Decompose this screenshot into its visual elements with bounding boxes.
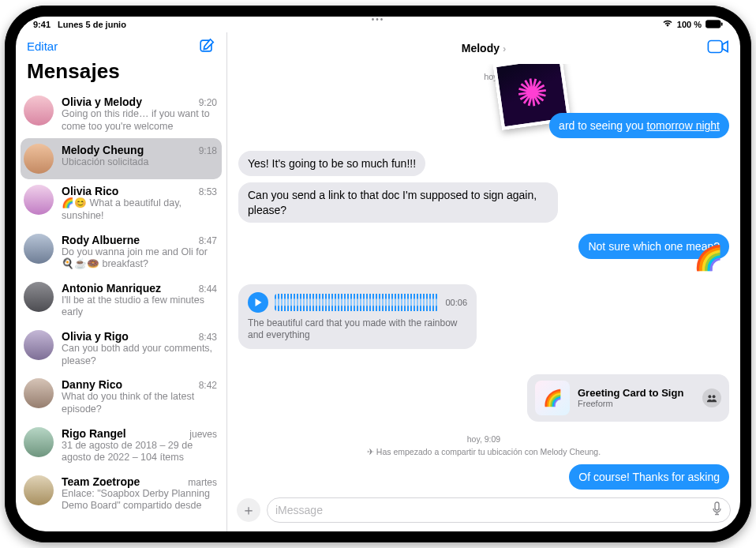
- status-left: 9:41 Lunes 5 de junio: [33, 20, 131, 29]
- conv-name: Olivia y Melody: [62, 96, 142, 108]
- conv-time: 9:20: [199, 97, 217, 108]
- link-thumbnail: 🌈: [535, 381, 570, 415]
- conv-time: 8:43: [199, 332, 217, 343]
- link-title: Greeting Card to Sign: [578, 387, 694, 399]
- system-timestamp: hoy, 9:09: [279, 434, 689, 444]
- multitask-dots[interactable]: •••: [372, 15, 385, 24]
- conv-name: Antonio Manriquez: [62, 282, 161, 295]
- main-content: Editar Mensajes Olivia y Melody9:20 Goin…: [16, 32, 740, 531]
- svg-point-5: [713, 395, 716, 398]
- conversation-row[interactable]: Team Zoetropemartes Enlace: "Soapbox Der…: [16, 470, 226, 518]
- conv-time: 8:47: [199, 235, 217, 246]
- chat-title-name: Melody: [462, 42, 500, 54]
- conv-preview: I'll be at the studio a few minutes earl…: [62, 295, 217, 319]
- conv-time: jueves: [189, 429, 217, 440]
- chat-title-button[interactable]: Melody ›: [227, 42, 740, 54]
- play-icon[interactable]: [248, 292, 268, 313]
- link-attachment[interactable]: 🌈 Greeting Card to Sign Freeform: [527, 374, 729, 422]
- firework-icon: ✺: [513, 68, 550, 116]
- conv-preview: Going on this ride… if you want to come …: [62, 108, 217, 133]
- edit-button[interactable]: Editar: [27, 39, 58, 53]
- chat-header: Melody ›: [227, 32, 740, 64]
- conv-preview: 31 de agosto de 2018 – 29 de agosto de 2…: [62, 440, 217, 464]
- status-date: Lunes 5 de junio: [58, 20, 126, 29]
- input-placeholder: iMessage: [275, 504, 712, 516]
- rainbow-sticker-icon[interactable]: 🌈: [694, 242, 723, 273]
- system-location-notice: ✈ Has empezado a compartir tu ubicación …: [279, 447, 689, 456]
- wifi-icon: [662, 20, 673, 29]
- screen: 9:41 Lunes 5 de junio 100 %: [16, 17, 740, 531]
- sidebar-top: Editar: [16, 32, 226, 58]
- conv-name: Team Zoetrope: [62, 475, 140, 488]
- conv-time: martes: [188, 477, 217, 488]
- svg-rect-1: [721, 22, 723, 25]
- sidebar-title: Mensajes: [16, 58, 226, 90]
- battery-pct: 100 %: [677, 20, 702, 29]
- sent-bubble[interactable]: ard to seeing you tomorrow night: [549, 113, 729, 138]
- conv-time: 9:18: [199, 145, 217, 156]
- received-bubble[interactable]: Can you send a link to that doc I'm supp…: [238, 182, 558, 222]
- conversation-row[interactable]: Olivia y Melody9:20 Going on this ride… …: [16, 90, 226, 138]
- conversation-row[interactable]: Olivia Rico8:53 🌈😊 What a beautiful day,…: [16, 179, 226, 227]
- chat-pane: Melody › hoy ✺: [227, 32, 740, 531]
- conv-name: Danny Rico: [62, 378, 122, 391]
- ipad-bezel: ••• 9:41 Lunes 5 de junio 100 %: [5, 6, 751, 542]
- conv-name: Olivia Rico: [62, 185, 118, 197]
- avatar: [24, 96, 54, 126]
- avatar: [24, 185, 54, 215]
- conv-preview: Enlace: "Soapbox Derby Planning Demo Boa…: [62, 488, 217, 512]
- microphone-icon[interactable]: [712, 501, 722, 519]
- avatar: [24, 378, 54, 408]
- conv-preview: Can you both add your comments, please?: [62, 343, 217, 367]
- avatar: [24, 427, 54, 457]
- date-link[interactable]: tomorrow night: [646, 119, 720, 132]
- messages-scroll[interactable]: hoy ✺ ard to seeing you tomorrow night Y…: [227, 64, 740, 495]
- message-input[interactable]: iMessage: [267, 497, 731, 523]
- conv-time: 8:53: [199, 186, 217, 197]
- composer: ＋ iMessage: [227, 495, 740, 531]
- svg-rect-0: [705, 20, 720, 27]
- audio-duration: 00:06: [445, 298, 467, 307]
- sent-bubble[interactable]: Of course! Thanks for asking: [569, 464, 729, 490]
- conv-time: 8:44: [199, 283, 217, 295]
- conv-preview: Ubicación solicitada: [62, 156, 217, 169]
- svg-rect-6: [715, 502, 719, 510]
- audio-message[interactable]: 00:06 The beautiful card that you made w…: [238, 284, 477, 349]
- svg-point-4: [708, 395, 711, 398]
- sent-bubble[interactable]: Not sure which one mean? 🌈: [578, 234, 729, 259]
- avatar: [24, 282, 54, 312]
- conversation-row[interactable]: Rigo Rangeljueves 31 de agosto de 2018 –…: [16, 422, 226, 470]
- collaborate-icon[interactable]: [702, 388, 721, 407]
- waveform[interactable]: [275, 294, 439, 311]
- conv-name: Olivia y Rigo: [62, 330, 129, 343]
- plus-button[interactable]: ＋: [237, 498, 260, 522]
- avatar: [24, 144, 54, 174]
- conv-preview: What do you think of the latest episode?: [62, 391, 217, 415]
- battery-icon: [705, 20, 723, 30]
- conv-name: Melody Cheung: [62, 144, 144, 156]
- conversation-row[interactable]: Olivia y Rigo8:43 Can you both add your …: [16, 325, 226, 373]
- conv-time: 8:42: [199, 380, 217, 391]
- conv-preview: Do you wanna join me and Oli for 🍳☕🍩 bre…: [62, 246, 217, 271]
- received-bubble[interactable]: Yes! It's going to be so much fun!!!: [238, 151, 425, 176]
- conv-name: Rody Albuerne: [62, 234, 140, 246]
- sidebar: Editar Mensajes Olivia y Melody9:20 Goin…: [16, 32, 227, 531]
- chevron-right-icon: ›: [503, 43, 506, 54]
- conv-name: Rigo Rangel: [62, 427, 126, 440]
- audio-transcript: The beautiful card that you made with th…: [248, 317, 467, 341]
- compose-icon[interactable]: [198, 37, 215, 54]
- conversation-row[interactable]: Danny Rico8:42 What do you think of the …: [16, 373, 226, 421]
- device-frame: ••• 9:41 Lunes 5 de junio 100 %: [0, 0, 756, 548]
- status-right: 100 %: [662, 20, 723, 30]
- conv-preview: 🌈😊 What a beautiful day, sunshine!: [62, 197, 217, 222]
- conversation-row[interactable]: Antonio Manriquez8:44 I'll be at the stu…: [16, 276, 226, 325]
- avatar: [24, 330, 54, 360]
- avatar: [24, 234, 54, 264]
- link-subtitle: Freeform: [578, 399, 694, 408]
- conversation-row-selected[interactable]: Melody Cheung9:18 Ubicación solicitada: [21, 138, 222, 179]
- avatar: [24, 475, 54, 505]
- status-time: 9:41: [33, 20, 51, 29]
- conversation-list[interactable]: Olivia y Melody9:20 Going on this ride… …: [16, 90, 226, 531]
- conversation-row[interactable]: Rody Albuerne8:47 Do you wanna join me a…: [16, 228, 226, 276]
